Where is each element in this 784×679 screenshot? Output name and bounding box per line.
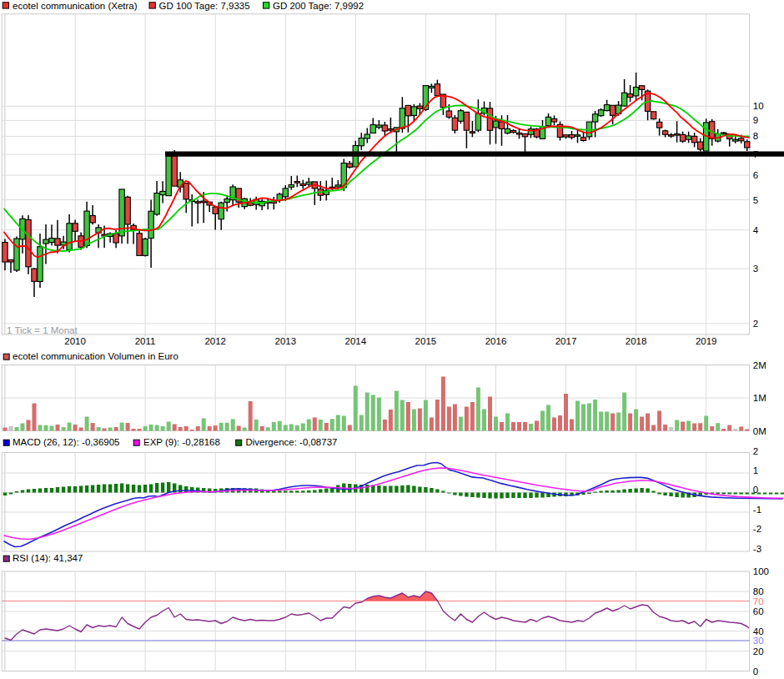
svg-text:2014: 2014 — [345, 336, 367, 346]
svg-text:EXP (9): -0,28168: EXP (9): -0,28168 — [143, 437, 220, 447]
svg-text:-3: -3 — [753, 544, 761, 554]
svg-text:6: 6 — [753, 170, 758, 180]
svg-text:10: 10 — [753, 101, 764, 111]
svg-text:ecotel communication Volumen i: ecotel communication Volumen in Euro — [13, 351, 178, 361]
svg-text:2017: 2017 — [555, 336, 577, 346]
svg-text:-1: -1 — [753, 505, 761, 515]
svg-text:0: 0 — [753, 666, 758, 676]
svg-text:70: 70 — [753, 596, 764, 606]
svg-text:MACD (26, 12): -0,36905: MACD (26, 12): -0,36905 — [13, 437, 119, 447]
svg-text:2010: 2010 — [64, 336, 86, 346]
svg-text:20: 20 — [753, 646, 764, 656]
svg-text:2M: 2M — [753, 360, 766, 370]
svg-text:9: 9 — [753, 115, 758, 125]
svg-text:30: 30 — [753, 636, 764, 646]
svg-text:2019: 2019 — [696, 336, 717, 346]
svg-text:2015: 2015 — [415, 336, 437, 346]
svg-text:2013: 2013 — [275, 336, 297, 346]
svg-text:2012: 2012 — [204, 336, 226, 346]
svg-text:ecotel communication (Xetra): ecotel communication (Xetra) — [13, 1, 138, 11]
svg-text:2018: 2018 — [626, 336, 647, 346]
svg-text:GD 100 Tage: 7,9335: GD 100 Tage: 7,9335 — [159, 1, 250, 11]
svg-text:1: 1 — [753, 465, 758, 475]
svg-text:Divergence: -0,08737: Divergence: -0,08737 — [246, 437, 338, 447]
svg-text:-2: -2 — [753, 524, 761, 534]
svg-text:2: 2 — [753, 319, 758, 329]
svg-text:40: 40 — [753, 626, 764, 636]
svg-text:0: 0 — [753, 485, 758, 495]
svg-text:1M: 1M — [753, 393, 766, 403]
svg-text:2016: 2016 — [485, 336, 507, 346]
svg-text:8: 8 — [753, 131, 758, 141]
svg-text:RSI (14): 41,347: RSI (14): 41,347 — [13, 553, 83, 563]
svg-text:3: 3 — [753, 264, 758, 274]
svg-text:4: 4 — [753, 225, 759, 235]
svg-text:60: 60 — [753, 606, 764, 616]
svg-text:2: 2 — [753, 446, 758, 456]
svg-text:5: 5 — [753, 195, 758, 205]
svg-text:80: 80 — [753, 586, 764, 596]
svg-text:0M: 0M — [753, 426, 766, 436]
svg-text:100: 100 — [753, 566, 769, 576]
svg-text:1 Tick = 1 Monat: 1 Tick = 1 Monat — [7, 325, 78, 335]
svg-text:2011: 2011 — [135, 336, 156, 346]
svg-text:GD 200 Tage: 7,9992: GD 200 Tage: 7,9992 — [273, 1, 364, 11]
